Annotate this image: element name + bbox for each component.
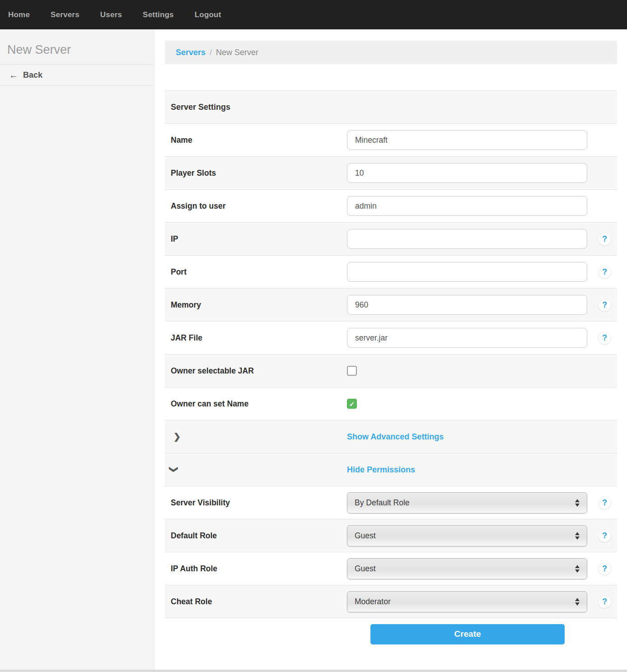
page-title: New Server xyxy=(0,29,154,65)
top-nav: Home Servers Users Settings Logout xyxy=(0,0,627,29)
name-input[interactable] xyxy=(347,130,587,150)
ip-auth-role-help-icon[interactable]: ? xyxy=(598,562,611,575)
player-slots-input[interactable] xyxy=(347,163,587,183)
ip-help-icon[interactable]: ? xyxy=(598,233,611,246)
back-button[interactable]: ← Back xyxy=(0,65,154,86)
owner-can-set-name-label: Owner can set Name xyxy=(171,399,347,409)
default-role-select[interactable]: Guest xyxy=(347,525,587,546)
name-label: Name xyxy=(171,135,347,145)
breadcrumb-servers-link[interactable]: Servers xyxy=(176,48,206,57)
section-header-row: Server Settings xyxy=(165,91,617,124)
nav-item-logout[interactable]: Logout xyxy=(195,10,221,19)
page-bottom-strip xyxy=(0,670,627,672)
default-role-help-icon[interactable]: ? xyxy=(598,529,611,542)
port-help-icon[interactable]: ? xyxy=(598,266,611,279)
port-row: Port ? xyxy=(165,256,617,289)
ip-auth-role-value: Guest xyxy=(355,564,376,574)
default-role-row: Default Role Guest ? xyxy=(165,519,617,552)
nav-item-settings[interactable]: Settings xyxy=(143,10,174,19)
cheat-role-row: Cheat Role Moderator ? xyxy=(165,585,617,618)
cheat-role-label: Cheat Role xyxy=(171,597,347,607)
owner-can-set-name-checkbox[interactable]: ✓ xyxy=(347,399,357,409)
nav-item-servers[interactable]: Servers xyxy=(51,10,80,19)
cheat-role-select[interactable]: Moderator xyxy=(347,591,587,612)
jar-file-label: JAR File xyxy=(171,333,347,343)
cheat-role-help-icon[interactable]: ? xyxy=(598,595,611,608)
owner-selectable-jar-row: Owner selectable JAR xyxy=(165,355,617,387)
ip-input[interactable] xyxy=(347,229,587,249)
owner-selectable-jar-label: Owner selectable JAR xyxy=(171,366,347,376)
ip-auth-role-select[interactable]: Guest xyxy=(347,558,587,579)
jar-file-input[interactable] xyxy=(347,328,587,348)
memory-input[interactable] xyxy=(347,295,587,315)
player-slots-row: Player Slots xyxy=(165,157,617,190)
breadcrumb: Servers / New Server xyxy=(165,41,617,64)
ip-auth-role-row: IP Auth Role Guest ? xyxy=(165,552,617,585)
checkmark-icon: ✓ xyxy=(349,401,355,407)
select-arrows-icon xyxy=(575,532,580,540)
select-arrows-icon xyxy=(575,598,580,606)
memory-row: Memory ? xyxy=(165,289,617,322)
show-advanced-settings-row: ❯ Show Advanced Settings xyxy=(165,420,617,453)
main-content: Servers / New Server Server Settings Nam… xyxy=(154,29,627,670)
chevron-right-icon: ❯ xyxy=(171,432,181,441)
server-visibility-select[interactable]: By Default Role xyxy=(347,492,587,513)
server-visibility-label: Server Visibility xyxy=(171,498,347,508)
cheat-role-value: Moderator xyxy=(355,597,391,607)
server-visibility-value: By Default Role xyxy=(355,498,410,508)
owner-selectable-jar-checkbox[interactable] xyxy=(347,366,357,376)
show-advanced-settings-link[interactable]: Show Advanced Settings xyxy=(347,432,444,442)
server-visibility-row: Server Visibility By Default Role ? xyxy=(165,486,617,519)
ip-label: IP xyxy=(171,234,347,244)
server-visibility-help-icon[interactable]: ? xyxy=(598,496,611,509)
select-arrows-icon xyxy=(575,499,580,507)
name-row: Name xyxy=(165,124,617,157)
select-arrows-icon xyxy=(575,565,580,573)
breadcrumb-separator: / xyxy=(210,48,212,57)
port-label: Port xyxy=(171,267,347,277)
chevron-down-icon: ❯ xyxy=(170,466,178,473)
assign-to-user-row: Assign to user xyxy=(165,190,617,223)
assign-to-user-label: Assign to user xyxy=(171,201,347,211)
page-layout: New Server ← Back Servers / New Server S… xyxy=(0,29,627,670)
nav-item-home[interactable]: Home xyxy=(8,10,30,19)
port-input[interactable] xyxy=(347,262,587,282)
jar-file-row: JAR File ? xyxy=(165,322,617,355)
breadcrumb-current: New Server xyxy=(216,48,258,57)
owner-can-set-name-row: Owner can set Name ✓ xyxy=(165,387,617,420)
default-role-value: Guest xyxy=(355,531,376,541)
create-button[interactable]: Create xyxy=(370,624,565,644)
sidebar: New Server ← Back xyxy=(0,29,154,670)
server-settings-form: Server Settings Name Player Slots Assign… xyxy=(165,90,617,646)
section-title: Server Settings xyxy=(171,103,347,112)
default-role-label: Default Role xyxy=(171,531,347,541)
ip-row: IP ? xyxy=(165,223,617,256)
ip-auth-role-label: IP Auth Role xyxy=(171,564,347,574)
memory-label: Memory xyxy=(171,300,347,310)
jar-file-help-icon[interactable]: ? xyxy=(598,331,611,345)
create-row: Create xyxy=(165,618,617,646)
nav-item-users[interactable]: Users xyxy=(100,10,122,19)
hide-permissions-link[interactable]: Hide Permissions xyxy=(347,465,415,475)
memory-help-icon[interactable]: ? xyxy=(598,299,611,312)
back-label: Back xyxy=(23,70,42,80)
player-slots-label: Player Slots xyxy=(171,168,347,178)
assign-to-user-input[interactable] xyxy=(347,196,587,216)
hide-permissions-row: ❯ Hide Permissions xyxy=(165,453,617,486)
back-arrow-icon: ← xyxy=(9,70,18,79)
